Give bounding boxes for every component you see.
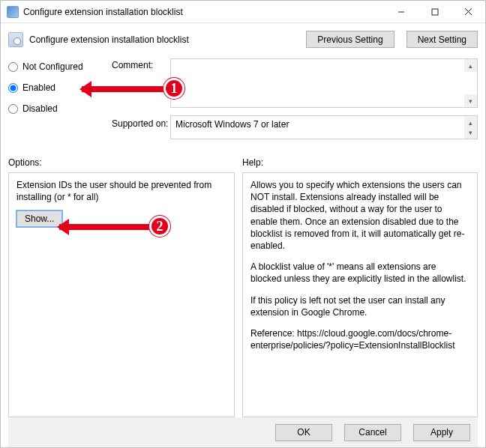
scroll-down-icon[interactable]: ▾ (464, 94, 477, 107)
radio-disabled-label: Disabled (22, 103, 58, 114)
supported-on-value: Microsoft Windows 7 or later (176, 119, 289, 130)
scroll-up-icon[interactable]: ▴ (464, 59, 477, 72)
options-text: Extension IDs the user should be prevent… (16, 179, 226, 203)
help-text: Allows you to specify which extensions t… (250, 179, 470, 351)
help-p1: Allows you to specify which extensions t… (250, 179, 470, 252)
radio-enabled-label: Enabled (22, 82, 56, 93)
window-title: Configure extension installation blockli… (23, 7, 384, 17)
title-bar: Configure extension installation blockli… (1, 1, 485, 23)
comment-label: Comment: (112, 58, 164, 70)
window-controls (384, 1, 485, 22)
pane-headers: Options: Help: (8, 157, 478, 168)
show-button[interactable]: Show... (16, 211, 62, 227)
next-setting-button[interactable]: Next Setting (406, 31, 478, 48)
close-button[interactable] (452, 1, 485, 22)
radio-enabled[interactable]: Enabled (8, 82, 106, 93)
help-p4: Reference: https://cloud.google.com/docs… (250, 327, 470, 351)
app-icon (7, 6, 19, 18)
supported-on-label: Supported on: (112, 115, 164, 129)
cancel-button[interactable]: Cancel (344, 424, 401, 441)
policy-heading: Configure extension installation blockli… (29, 34, 294, 45)
radio-not-configured-input[interactable] (8, 62, 18, 72)
dialog-window: Configure extension installation blockli… (0, 0, 486, 448)
comment-textarea[interactable]: ▴ ▾ (170, 58, 478, 108)
radio-not-configured-label: Not Configured (22, 61, 83, 72)
radio-disabled-input[interactable] (8, 104, 18, 114)
supported-on-box: Microsoft Windows 7 or later ▴ ▾ (170, 115, 478, 139)
options-pane: Extension IDs the user should be prevent… (8, 172, 235, 417)
state-radios: Not Configured Enabled Disabled (8, 58, 106, 147)
help-p2: A blocklist value of '*' means all exten… (250, 261, 470, 285)
help-label: Help: (242, 157, 263, 168)
radio-enabled-input[interactable] (8, 83, 18, 93)
help-pane: Allows you to specify which extensions t… (242, 172, 478, 417)
svg-rect-1 (432, 9, 438, 15)
help-p3: If this policy is left not set the user … (250, 294, 470, 318)
panes-row: Extension IDs the user should be prevent… (8, 172, 478, 417)
previous-setting-button[interactable]: Previous Setting (306, 31, 394, 48)
ok-button[interactable]: OK (275, 424, 332, 441)
dialog-footer: OK Cancel Apply (8, 417, 478, 447)
minimize-button[interactable] (384, 1, 418, 22)
policy-icon (8, 32, 23, 47)
settings-grid: Not Configured Enabled Disabled Comment:… (8, 54, 478, 147)
radio-disabled[interactable]: Disabled (8, 103, 106, 114)
options-label: Options: (8, 157, 242, 168)
header-row: Configure extension installation blockli… (8, 28, 478, 54)
scroll-down-icon[interactable]: ▾ (464, 126, 477, 139)
content-area: Configure extension installation blockli… (1, 23, 485, 447)
radio-not-configured[interactable]: Not Configured (8, 61, 106, 72)
apply-button[interactable]: Apply (413, 424, 470, 441)
maximize-button[interactable] (418, 1, 452, 22)
